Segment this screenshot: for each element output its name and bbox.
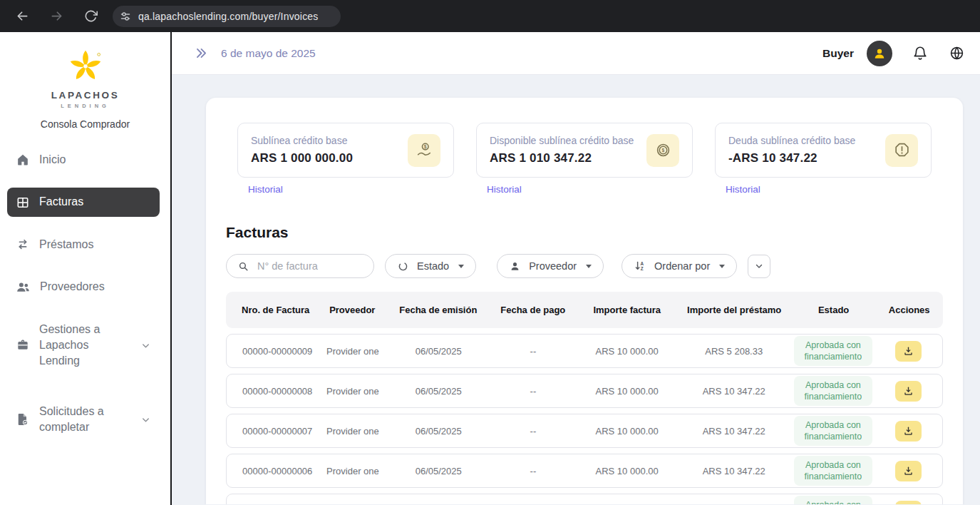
sidebar-item-gestiones[interactable]: Gestiones a Lapachos Lending <box>7 315 160 376</box>
cell-payment-date: -- <box>489 426 577 437</box>
browser-back-icon[interactable] <box>10 4 34 29</box>
download-button[interactable] <box>895 501 922 505</box>
search-input[interactable] <box>257 260 364 272</box>
home-icon <box>16 153 30 167</box>
cell-loan-amount: ARS 5 208.33 <box>676 346 791 357</box>
estado-filter[interactable]: Estado <box>385 254 476 278</box>
card-disponible-sublinea: Disponible sublínea crédito base ARS 1 0… <box>476 123 693 178</box>
people-icon <box>16 280 31 295</box>
browser-chrome: qa.lapachoslending.com/buyer/Invoices <box>0 0 980 32</box>
cell-provider: Provider one <box>317 386 388 397</box>
svg-text:A: A <box>640 261 644 266</box>
cell-invoice-number: 00000-00000009 <box>227 346 317 357</box>
cell-provider: Provider one <box>317 466 388 476</box>
invoices-table: Nro. de Factura Proveedor Fecha de emisi… <box>226 292 943 504</box>
site-settings-icon[interactable] <box>120 11 131 22</box>
status-badge: Aprobada con financiamiento <box>794 336 872 367</box>
browser-forward-icon[interactable] <box>44 4 68 29</box>
user-avatar[interactable] <box>867 41 892 66</box>
svg-text:$: $ <box>661 148 664 153</box>
card-sublinea-credito: Sublínea crédito base ARS 1 000 000.00 $ <box>237 123 454 178</box>
hand-money-icon: $ <box>408 134 440 167</box>
invoice-search[interactable] <box>226 254 374 278</box>
person-icon <box>509 260 521 272</box>
caret-down-icon <box>458 265 464 268</box>
historial-link[interactable]: Historial <box>487 184 522 195</box>
table-row: 00000-00000008 Provider one 06/05/2025 -… <box>226 374 943 408</box>
cell-issue-date: 06/05/2025 <box>388 426 489 437</box>
proveedor-filter[interactable]: Proveedor <box>497 254 604 278</box>
status-badge: Aprobada con financiamiento <box>794 376 872 407</box>
status-loader-icon <box>397 260 409 272</box>
filters-expand-button[interactable] <box>748 255 770 278</box>
caret-down-icon <box>719 265 725 268</box>
cell-provider: Provider one <box>317 346 388 357</box>
chevron-down-icon[interactable] <box>140 414 151 425</box>
language-globe-icon[interactable] <box>949 46 964 61</box>
cell-loan-amount: ARS 10 347.22 <box>676 386 791 397</box>
cell-invoice-amount: ARS 10 000.00 <box>577 426 676 437</box>
table-header: Nro. de Factura Proveedor Fecha de emisi… <box>226 292 943 328</box>
download-button[interactable] <box>895 341 922 362</box>
coins-icon: $ <box>646 134 679 167</box>
search-icon <box>237 260 249 272</box>
sidebar-item-solicitudes[interactable]: Solicitudes a completar <box>7 397 160 442</box>
app-logo: LAPACHOS LENDING Consola Comprador <box>0 32 170 130</box>
cell-invoice-number: 00000-00000007 <box>227 426 317 437</box>
swap-arrows-icon <box>16 238 30 252</box>
topbar: 6 de mayo de 2025 Buyer <box>172 32 980 75</box>
historial-link[interactable]: Historial <box>726 184 760 195</box>
invoice-rows: 00000-00000009 Provider one 06/05/2025 -… <box>226 334 943 504</box>
console-label: Consola Comprador <box>41 118 130 130</box>
sidebar-item-prestamos[interactable]: Préstamos <box>7 230 160 259</box>
cell-invoice-amount: ARS 10 000.00 <box>577 466 676 476</box>
historial-link[interactable]: Historial <box>248 184 283 195</box>
caret-down-icon <box>586 265 592 268</box>
cell-payment-date: -- <box>489 386 577 397</box>
file-check-icon <box>16 412 30 427</box>
url-text: qa.lapachoslending.com/buyer/Invoices <box>138 11 319 22</box>
grid-icon <box>16 195 30 210</box>
ordenar-filter[interactable]: A Z Ordenar por <box>621 254 737 278</box>
sidebar-item-facturas[interactable]: Facturas <box>7 188 160 216</box>
filter-bar: Estado Proveedor <box>226 254 943 278</box>
download-button[interactable] <box>895 421 922 442</box>
cell-issue-date: 06/05/2025 <box>388 466 489 476</box>
cell-payment-date: -- <box>489 466 577 476</box>
svg-text:Z: Z <box>641 266 644 271</box>
cell-payment-date: -- <box>489 346 577 357</box>
logo-wordmark: LAPACHOS <box>51 90 120 101</box>
cell-invoice-number: 00000-00000008 <box>227 386 317 397</box>
browser-refresh-icon[interactable] <box>78 4 103 29</box>
briefcase-icon <box>16 338 30 352</box>
alert-octagon-icon <box>885 134 918 167</box>
svg-text:$: $ <box>423 144 426 150</box>
logo-subtitle: LENDING <box>61 103 110 109</box>
notifications-bell-icon[interactable] <box>912 46 928 61</box>
current-date: 6 de mayo de 2025 <box>221 47 316 60</box>
cell-loan-amount: ARS 10 347.22 <box>676 426 791 437</box>
cell-invoice-number: 00000-00000006 <box>227 466 317 476</box>
address-bar[interactable]: qa.lapachoslending.com/buyer/Invoices <box>113 6 341 27</box>
page-title: Facturas <box>226 224 943 241</box>
card-deuda-sublinea: Deuda sublínea crédito base -ARS 10 347.… <box>715 123 932 178</box>
status-badge: Aprobada con financiamiento <box>794 416 872 447</box>
sidebar-collapse-icon[interactable] <box>195 46 208 60</box>
role-label: Buyer <box>822 47 854 60</box>
cell-invoice-amount: ARS 10 000.00 <box>577 386 676 397</box>
sort-az-icon: A Z <box>634 260 646 272</box>
table-row: Aprobada con financiamiento <box>226 494 943 504</box>
cell-issue-date: 06/05/2025 <box>388 346 489 357</box>
flower-logo-icon <box>66 46 105 86</box>
sidebar: LAPACHOS LENDING Consola Comprador Inici… <box>0 32 172 505</box>
status-badge: Aprobada con financiamiento <box>794 496 872 504</box>
sidebar-item-inicio[interactable]: Inicio <box>7 146 160 174</box>
cell-invoice-amount: ARS 10 000.00 <box>577 346 676 357</box>
sidebar-item-proveedores[interactable]: Proveedores <box>7 272 160 301</box>
cell-provider: Provider one <box>317 426 388 437</box>
chevron-down-icon[interactable] <box>140 340 151 351</box>
status-badge: Aprobada con financiamiento <box>794 456 872 486</box>
download-button[interactable] <box>895 381 922 402</box>
table-row: 00000-00000007 Provider one 06/05/2025 -… <box>226 414 943 448</box>
download-button[interactable] <box>895 461 922 481</box>
